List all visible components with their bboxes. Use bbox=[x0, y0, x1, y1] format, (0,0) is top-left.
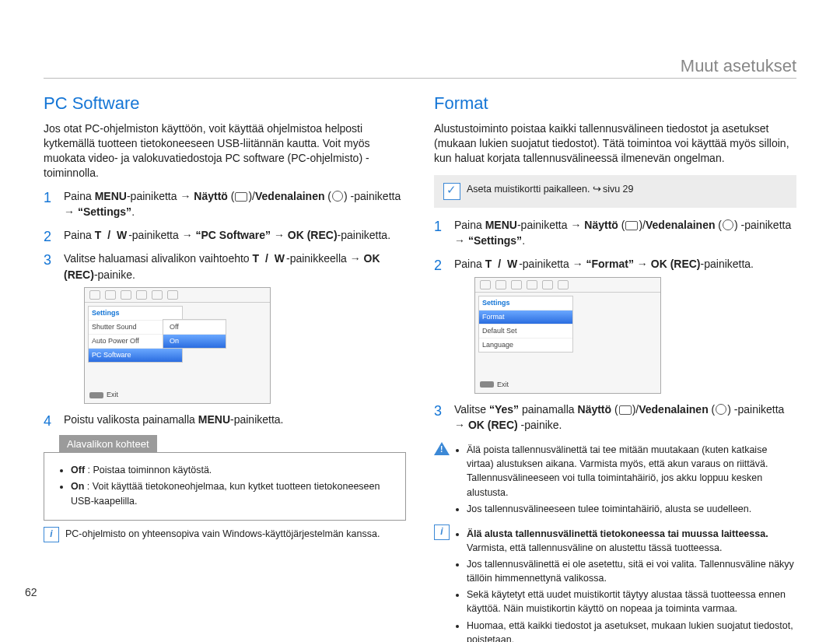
lcd-screenshot-pc-software: Settings Shutter Sound Auto Power Off PC… bbox=[84, 287, 271, 404]
right-column: Format Alustustoiminto poistaa kaikki ta… bbox=[434, 93, 796, 642]
arrow-icon bbox=[454, 234, 465, 247]
pc-software-intro: Jos otat PC-ohjelmiston käyttöön, voit k… bbox=[44, 121, 406, 181]
arrow-icon bbox=[182, 229, 193, 241]
note-icon: i bbox=[44, 527, 59, 542]
underwater-icon bbox=[716, 404, 726, 415]
step-2: 2 Paina T / W-painiketta “PC Software” O… bbox=[44, 227, 406, 243]
arrow-icon bbox=[64, 205, 75, 218]
two-column-layout: PC Software Jos otat PC-ohjelmiston käyt… bbox=[44, 93, 796, 642]
back-arrow-icon bbox=[593, 184, 603, 195]
format-heading: Format bbox=[434, 93, 796, 114]
pc-software-steps: 1 Paina MENU-painiketta Näyttö ()/Vedena… bbox=[44, 188, 406, 428]
pc-software-heading: PC Software bbox=[44, 93, 406, 114]
format-notes: i Älä alusta tallennusvälinettä tietokon… bbox=[434, 524, 796, 642]
menu-key-icon bbox=[480, 381, 494, 388]
submenu-items-box: Alavalikon kohteet Off : Poistaa toiminn… bbox=[44, 435, 406, 520]
underwater-icon bbox=[723, 219, 733, 230]
note-icon: i bbox=[434, 524, 450, 540]
info-insert-card: Aseta muistikortti paikalleen. sivu 29 bbox=[434, 175, 796, 208]
manual-page: Muut asetukset 62 PC Software Jos otat P… bbox=[0, 0, 840, 642]
submenu-items-heading: Alavalikon kohteet bbox=[59, 435, 157, 453]
step-1: 1 Paina MENU-painiketta Näyttö ()/Vedena… bbox=[434, 217, 796, 249]
lcd-screenshot-format: Settings Format Default Set Language Exi… bbox=[474, 277, 661, 394]
display-icon bbox=[625, 221, 638, 230]
left-column: PC Software Jos otat PC-ohjelmiston käyt… bbox=[44, 93, 406, 642]
step-2: 2 Paina T / W-painiketta “Format” OK (RE… bbox=[434, 256, 796, 393]
warning-icon bbox=[434, 442, 450, 455]
pc-software-note: i PC-ohjelmisto on yhteensopiva vain Win… bbox=[44, 527, 406, 542]
format-intro: Alustustoiminto poistaa kaikki tallennus… bbox=[434, 121, 796, 166]
arrow-icon bbox=[572, 258, 583, 270]
arrow-icon bbox=[180, 190, 191, 202]
arrow-icon bbox=[570, 219, 581, 231]
display-icon bbox=[619, 405, 632, 415]
step-3: 3 Valitse “Yes” painamalla Näyttö ()/Ved… bbox=[434, 402, 796, 433]
step-1: 1 Paina MENU-painiketta Näyttö ()/Vedena… bbox=[44, 188, 406, 220]
header-rule bbox=[44, 78, 796, 79]
arrow-icon bbox=[350, 252, 361, 265]
underwater-icon bbox=[332, 191, 343, 202]
format-steps: 1 Paina MENU-painiketta Näyttö ()/Vedena… bbox=[434, 217, 796, 433]
section-header: Muut asetukset bbox=[681, 56, 796, 76]
arrow-icon bbox=[454, 419, 465, 431]
page-number: 62 bbox=[25, 586, 37, 598]
step-4: 4 Poistu valikosta painamalla MENU-paini… bbox=[44, 412, 406, 427]
arrow-icon bbox=[274, 229, 285, 241]
display-icon bbox=[235, 192, 247, 202]
menu-key-icon bbox=[89, 392, 103, 398]
format-warning: Älä poista tallennusvälinettä tai tee mi… bbox=[434, 440, 796, 518]
arrow-icon bbox=[637, 258, 648, 270]
step-3: 3 Valitse haluamasi alivalikon vaihtoeht… bbox=[44, 251, 406, 404]
check-icon bbox=[443, 183, 460, 200]
